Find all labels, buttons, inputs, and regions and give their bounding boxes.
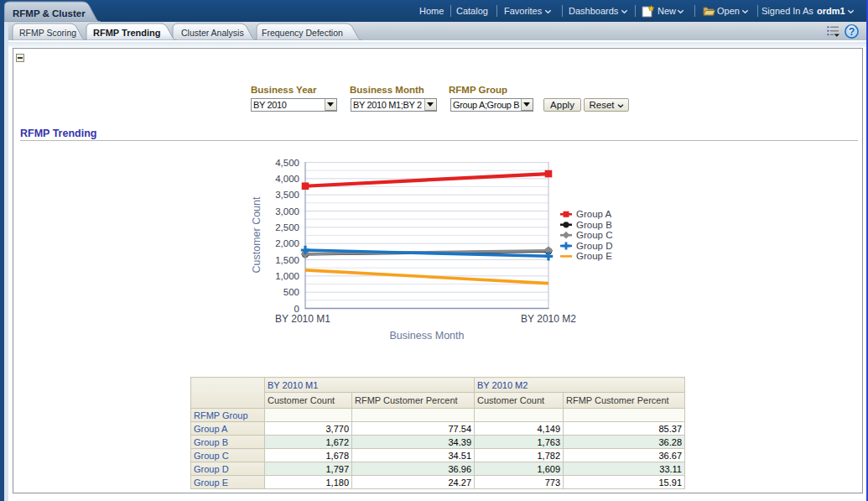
svg-text:BY 2010 M1: BY 2010 M1 [275,313,330,325]
svg-text:3,000: 3,000 [275,206,299,217]
svg-text:Business Month: Business Month [390,330,465,342]
svg-text:1,000: 1,000 [275,271,299,281]
svg-text:1,500: 1,500 [275,255,299,265]
svg-text:2,500: 2,500 [275,222,299,232]
svg-text:3,500: 3,500 [275,190,299,200]
svg-text:2,000: 2,000 [275,238,299,248]
svg-text:Group C: Group C [576,230,612,240]
svg-text:500: 500 [283,287,299,297]
svg-text:Group A: Group A [576,209,612,219]
svg-text:4,000: 4,000 [275,174,299,184]
svg-text:Group E: Group E [576,251,612,261]
svg-text:?: ? [849,26,855,38]
svg-text:4,500: 4,500 [275,158,299,168]
svg-text:Group B: Group B [576,220,612,230]
svg-text:BY 2010 M2: BY 2010 M2 [521,313,576,325]
svg-text:Group D: Group D [576,241,612,251]
svg-text:0: 0 [294,304,299,314]
svg-text:Customer Count: Customer Count [251,196,262,274]
